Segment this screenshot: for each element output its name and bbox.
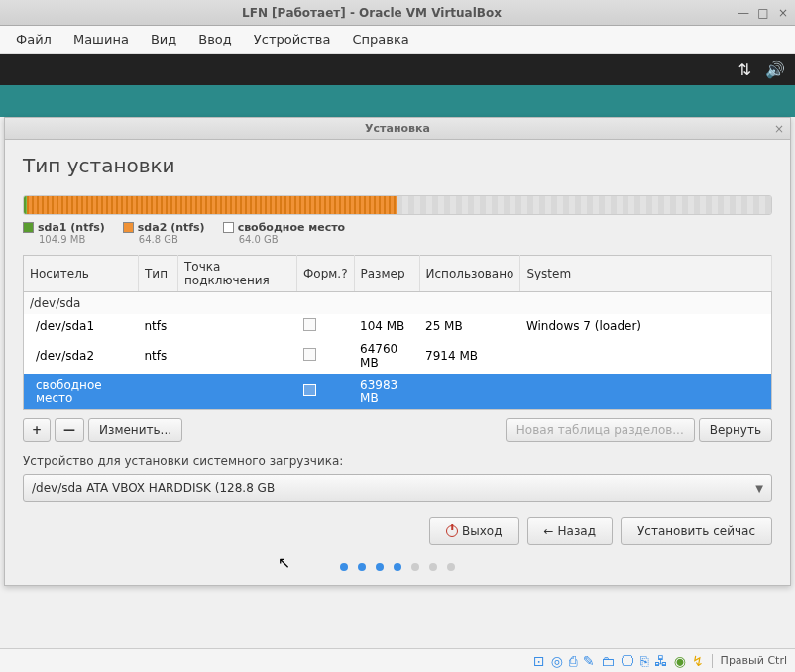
divider	[712, 654, 713, 668]
pager-dot[interactable]	[394, 563, 401, 571]
host-key-label: Правый Ctrl	[721, 654, 787, 667]
bootloader-value: /dev/sda ATA VBOX HARDDISK (128.8 GB	[32, 481, 755, 495]
revert-button[interactable]: Вернуть	[699, 418, 772, 442]
disk-seg-sda2	[27, 196, 397, 214]
sb-network-icon[interactable]: 🖧	[654, 653, 668, 669]
sb-folder-icon[interactable]: 🗀	[601, 653, 615, 669]
swatch-orange-icon	[123, 222, 134, 233]
bootloader-select[interactable]: /dev/sda ATA VBOX HARDDISK (128.8 GB ▼	[23, 474, 772, 502]
swatch-green-icon	[23, 222, 34, 233]
volume-icon[interactable]: 🔊	[765, 60, 785, 79]
sb-usb-icon[interactable]: ⎙	[569, 653, 577, 669]
new-partition-table-button[interactable]: Новая таблица разделов...	[506, 418, 695, 442]
legend-sda2: sda2 (ntfs) 64.8 GB	[123, 221, 205, 245]
sb-optical-icon[interactable]: ◎	[551, 653, 563, 669]
install-now-button[interactable]: Установить сейчас	[621, 517, 772, 545]
remove-partition-button[interactable]: —	[55, 418, 84, 442]
network-icon[interactable]: ⇅	[738, 60, 751, 79]
add-partition-button[interactable]: +	[23, 418, 51, 442]
menu-machine[interactable]: Машина	[63, 28, 139, 51]
installer-close-icon[interactable]: ×	[774, 122, 784, 136]
col-used[interactable]: Использовано	[419, 256, 520, 292]
partition-buttons-row: + — Изменить... Новая таблица разделов..…	[23, 418, 772, 442]
col-type[interactable]: Тип	[139, 256, 178, 292]
nav-buttons: Выход ← Назад Установить сейчас	[23, 517, 772, 545]
col-format[interactable]: Форм.?	[297, 256, 355, 292]
table-row-parent[interactable]: /dev/sda	[24, 292, 772, 315]
arrow-left-icon: ←	[544, 524, 554, 538]
close-button[interactable]: ×	[777, 7, 789, 19]
installer-dialog: Установка × Тип установки sda1 (ntfs) 10…	[4, 117, 791, 586]
sb-recording-icon[interactable]: ◉	[674, 653, 686, 669]
installer-titlebar: Установка ×	[5, 118, 790, 140]
outer-window-titlebar: LFN [Работает] - Oracle VM VirtualBox — …	[0, 0, 795, 26]
change-partition-button[interactable]: Изменить...	[88, 418, 182, 442]
power-icon	[446, 525, 458, 537]
format-checkbox[interactable]	[303, 384, 316, 396]
menu-input[interactable]: Ввод	[188, 28, 242, 51]
menu-help[interactable]: Справка	[342, 28, 418, 51]
minimize-button[interactable]: —	[738, 7, 749, 19]
partition-table[interactable]: Носитель Тип Точка подключения Форм.? Ра…	[23, 255, 772, 410]
menu-devices[interactable]: Устройства	[244, 28, 341, 51]
guest-topbar: ⇅ 🔊	[0, 54, 795, 85]
sb-mouse-icon[interactable]: ↯	[692, 653, 704, 669]
menu-view[interactable]: Вид	[141, 28, 186, 51]
installer-title: Установка	[11, 122, 784, 135]
pager-dot[interactable]	[429, 563, 437, 571]
table-row[interactable]: /dev/sda2 ntfs 64760 MB 7914 MB	[24, 338, 772, 374]
col-system[interactable]: System	[520, 256, 772, 292]
chevron-down-icon: ▼	[755, 483, 763, 494]
sb-clipboard-icon[interactable]: ⎘	[640, 653, 648, 669]
legend-free: свободное место 64.0 GB	[223, 221, 346, 245]
sb-harddisk-icon[interactable]: ⊡	[533, 653, 545, 669]
col-size[interactable]: Размер	[354, 256, 419, 292]
col-device[interactable]: Носитель	[24, 256, 139, 292]
col-mount[interactable]: Точка подключения	[178, 256, 297, 292]
pager-dot[interactable]	[340, 563, 348, 571]
menubar: Файл Машина Вид Ввод Устройства Справка	[0, 26, 795, 54]
bootloader-label: Устройство для установки системного загр…	[23, 454, 772, 468]
sb-display-icon[interactable]: 🖵	[621, 653, 634, 669]
vbox-statusbar: ⊡ ◎ ⎙ ✎ 🗀 🖵 ⎘ 🖧 ◉ ↯ Правый Ctrl	[0, 648, 795, 672]
pager-dot[interactable]	[376, 563, 384, 571]
pager-dot[interactable]	[411, 563, 419, 571]
quit-button[interactable]: Выход	[429, 517, 518, 545]
table-row-selected[interactable]: свободное место 63983 MB	[24, 374, 772, 410]
disk-usage-bar: sda1 (ntfs) 104.9 MB sda2 (ntfs) 64.8 GB…	[23, 195, 772, 245]
disk-seg-free	[397, 196, 771, 214]
table-row[interactable]: /dev/sda1 ntfs 104 MB 25 MB Windows 7 (l…	[24, 314, 772, 338]
outer-window-title: LFN [Работает] - Oracle VM VirtualBox	[6, 6, 738, 20]
page-heading: Тип установки	[23, 154, 772, 177]
legend-sda1: sda1 (ntfs) 104.9 MB	[23, 221, 105, 245]
back-button[interactable]: ← Назад	[527, 517, 613, 545]
maximize-button[interactable]: □	[757, 7, 769, 19]
pager-dot[interactable]	[358, 563, 366, 571]
pager-dots	[23, 563, 772, 571]
swatch-white-icon	[223, 222, 234, 233]
menu-file[interactable]: Файл	[6, 28, 61, 51]
format-checkbox[interactable]	[303, 318, 316, 331]
format-checkbox[interactable]	[303, 348, 316, 361]
sb-shared-icon[interactable]: ✎	[583, 653, 595, 669]
pager-dot[interactable]	[447, 563, 455, 571]
guest-teal-strip	[0, 85, 795, 117]
